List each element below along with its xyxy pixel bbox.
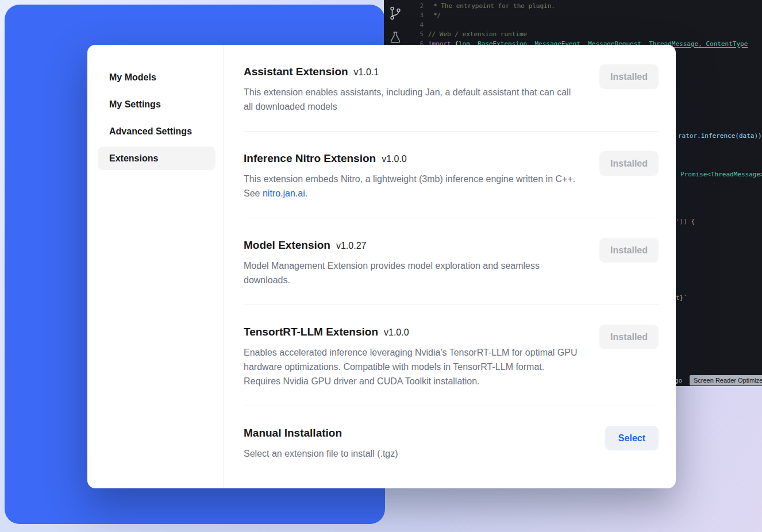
nitro-jan-ai-link[interactable]: nitro.jan.ai. — [263, 188, 307, 198]
extension-name: Assistant Extension — [244, 64, 348, 79]
manual-installation-section: Manual Installation Select an extension … — [244, 406, 659, 478]
screen-reader-badge[interactable]: Screen Reader Optimized — [690, 375, 762, 385]
extension-description: Model Management Extension provides mode… — [244, 259, 580, 287]
settings-modal: My Models My Settings Advanced Settings … — [87, 45, 676, 488]
extension-version: v1.0.1 — [354, 67, 379, 78]
code-line: 5 // Web / extension runtime — [384, 30, 762, 39]
code-text: // Web / extension runtime — [428, 30, 527, 39]
code-text: */ — [433, 11, 441, 20]
line-number: 5 — [384, 30, 424, 39]
extension-item-model: Model Extension v1.0.27 Model Management… — [244, 218, 659, 305]
desktop: 2 * The entrypoint for the plugin. 3 */ … — [0, 0, 762, 532]
extension-description: This extension enables assistants, inclu… — [244, 85, 580, 114]
line-number: 4 — [384, 21, 424, 30]
code-fragment: t}` — [676, 294, 687, 302]
installed-button[interactable]: Installed — [599, 325, 659, 349]
code-fragment: ')) { — [676, 218, 695, 225]
code-line: 2 * The entrypoint for the plugin. — [384, 2, 762, 11]
settings-sidebar: My Models My Settings Advanced Settings … — [87, 45, 224, 488]
extensions-panel: Assistant Extension v1.0.1 This extensio… — [224, 45, 676, 488]
extension-name: TensortRT-LLM Extension — [244, 325, 378, 340]
extension-description: Enables accelerated inference leveraging… — [244, 345, 580, 388]
line-number: 2 — [384, 2, 424, 11]
installed-button[interactable]: Installed — [599, 238, 659, 263]
sidebar-item-my-models[interactable]: My Models — [98, 65, 215, 89]
installed-button[interactable]: Installed — [599, 64, 659, 89]
select-file-button[interactable]: Select — [605, 426, 659, 450]
line-number: 3 — [384, 11, 424, 20]
extension-name: Model Extension — [244, 238, 330, 253]
code-fragment: rator.inference(data)); — [678, 132, 762, 140]
extension-description: This extension embeds Nitro, a lightweig… — [244, 172, 580, 201]
extension-item-tensorrt: TensortRT-LLM Extension v1.0.0 Enables a… — [244, 305, 659, 406]
extension-name: Inference Nitro Extension — [244, 151, 376, 166]
code-line: 3 */ — [384, 11, 762, 20]
sidebar-item-extensions[interactable]: Extensions — [98, 147, 215, 170]
extension-item-nitro: Inference Nitro Extension v1.0.0 This ex… — [244, 132, 659, 218]
code-fragment: Promise<ThreadMessage> — [680, 171, 762, 178]
code-line: 4 — [384, 21, 762, 30]
extension-version: v1.0.27 — [336, 241, 366, 251]
installed-button[interactable]: Installed — [599, 151, 659, 176]
sidebar-item-advanced-settings[interactable]: Advanced Settings — [98, 119, 215, 143]
code-lines: 2 * The entrypoint for the plugin. 3 */ … — [384, 2, 762, 49]
extension-version: v1.0.0 — [384, 327, 409, 338]
sidebar-item-my-settings[interactable]: My Settings — [98, 92, 215, 116]
manual-installation-title: Manual Installation — [244, 426, 342, 441]
manual-installation-description: Select an extension file to install (.tg… — [244, 446, 398, 461]
extension-item-assistant: Assistant Extension v1.0.1 This extensio… — [244, 45, 659, 132]
extension-version: v1.0.0 — [382, 154, 407, 164]
code-text: * The entrypoint for the plugin. — [433, 2, 555, 11]
